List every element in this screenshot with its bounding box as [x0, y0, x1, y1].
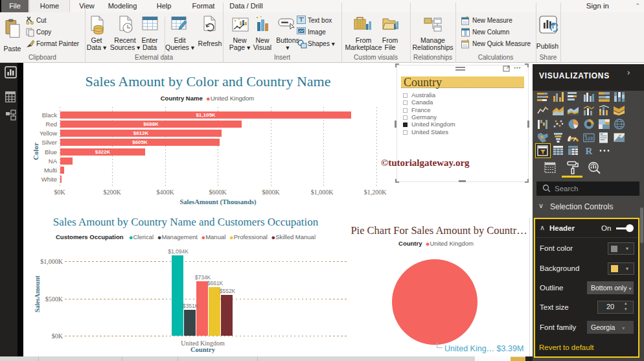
svg-text:R: R	[586, 146, 593, 156]
